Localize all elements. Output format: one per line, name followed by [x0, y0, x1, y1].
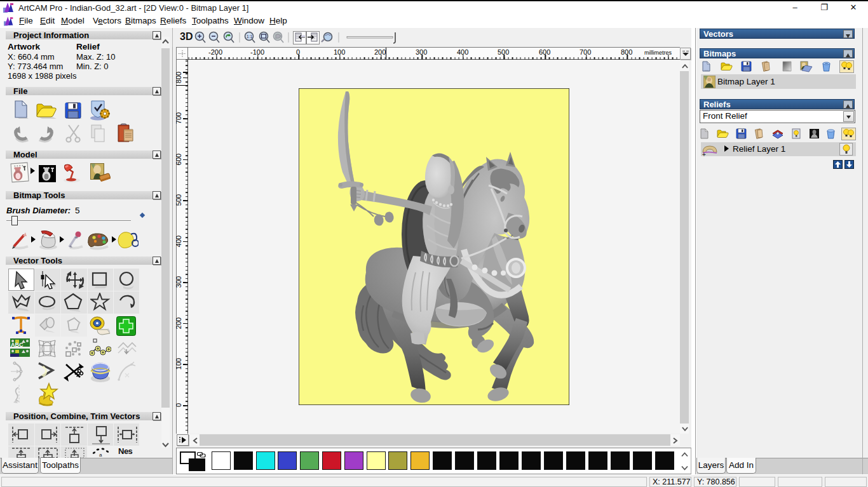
- svg-text:300: 300: [176, 276, 182, 288]
- svg-text:0: 0: [176, 403, 182, 407]
- svg-text:800: 800: [176, 72, 182, 83]
- svg-text:a: a: [99, 452, 102, 458]
- svg-text:500: 500: [176, 194, 182, 206]
- svg-text:400: 400: [176, 236, 182, 247]
- svg-text:200: 200: [176, 317, 182, 329]
- svg-text:ABC: ABC: [11, 342, 24, 348]
- svg-text:+: +: [702, 151, 706, 157]
- svg-text:1:1: 1:1: [247, 34, 252, 39]
- svg-text:600: 600: [176, 154, 182, 165]
- svg-text:100: 100: [176, 358, 182, 370]
- svg-text:700: 700: [176, 112, 182, 124]
